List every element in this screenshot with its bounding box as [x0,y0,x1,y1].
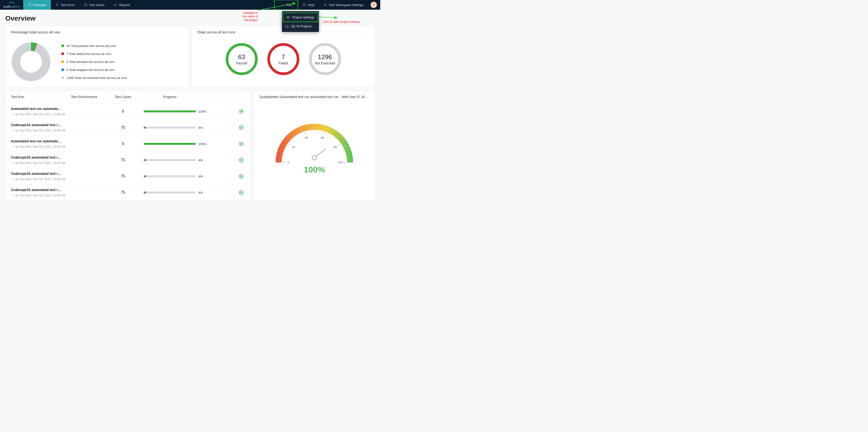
nav-test-suites[interactable]: Test Suites [80,0,110,10]
svg-text:40: 40 [305,136,308,140]
svg-line-30 [283,156,284,157]
svg-point-13 [12,179,13,180]
status-done-icon[interactable] [239,142,243,146]
svg-line-38 [290,142,291,143]
svg-line-73 [344,154,345,155]
run-cases: 75 [107,158,139,162]
svg-line-67 [339,144,340,145]
svg-rect-2 [85,4,87,6]
totals-card: Totals across all test runs 63Passed7Fai… [192,26,375,87]
status-play-icon[interactable] [239,125,243,130]
svg-line-45 [301,134,301,135]
progress-pct: 100% [198,142,208,146]
svg-line-70 [342,149,343,149]
project-dropdown-menu: Project Settings Go To Projects [282,11,319,32]
nav-label: Reports [119,3,130,7]
nav-overview[interactable]: Overview [23,0,51,10]
svg-line-7 [258,3,296,10]
svg-line-46 [303,133,303,134]
donut-chart [10,41,52,82]
table-row[interactable]: Automated test run automated test …by Te… [6,136,251,152]
dropdown-project-settings[interactable]: Project Settings [283,12,318,22]
svg-line-8 [319,17,337,18]
svg-line-44 [299,135,300,135]
svg-line-31 [284,154,285,155]
run-meta: by Test Test, Nov 18, 2022, 10:40 AM [11,194,71,197]
arrow-to-project-name [258,2,298,11]
table-col-env: Test Environment [71,95,107,99]
svg-line-61 [331,135,332,136]
nav-label: Overview [33,3,46,7]
annotation-left: Navigate to the name of the project [243,11,258,22]
total-label: Not Executed [315,61,335,65]
status-play-icon[interactable] [239,190,243,195]
legend-dot-icon [61,44,64,47]
svg-line-34 [285,149,287,149]
nav-reports[interactable]: Reports [109,0,135,10]
svg-text:20: 20 [292,146,295,149]
avatar[interactable]: T [371,2,377,8]
svg-line-72 [343,153,345,153]
gear-icon [11,129,14,132]
progress-pct: 100% [198,110,208,113]
progress-pct: 4% [198,175,208,178]
table-row[interactable]: Automated test run automated test …by Te… [6,103,251,120]
svg-point-9 [12,114,13,115]
status-done-icon[interactable] [239,109,243,114]
run-meta: by Test Test, Nov 18, 2022, 10:42 AM [11,161,71,165]
svg-line-41 [294,138,295,139]
svg-line-42 [296,137,297,138]
svg-line-66 [338,142,339,143]
nav-help[interactable]: Help [298,0,319,10]
nav-test-runs[interactable]: Test Runs [51,0,80,10]
table-row[interactable]: CodeceptJS automated test run - Fr…by Te… [6,185,251,201]
legend-item: 1296 Total not executed test across all … [61,76,127,80]
percentage-totals-card: Percentage totals across all runs 63 Tot… [5,26,189,87]
table-col-prog: Progress [139,95,214,99]
svg-line-37 [289,144,290,145]
run-meta: by Test Test, Nov 18, 2022, 10:48 AM [11,129,71,132]
legend-label: 0 Total skipped test across all runs [67,68,115,72]
card-title: Percentage totals across all runs [6,26,188,39]
arrow-to-project-settings [318,15,338,20]
table-row[interactable]: CodeceptJS automated test run - Fr…by Te… [6,120,251,136]
svg-point-12 [12,163,13,163]
table-row[interactable]: CodeceptJS automated test run - Fr…by Te… [6,152,251,168]
legend-item: 63 Total passed test across all runs [61,44,127,48]
progress-bar [144,191,196,193]
legend-item: 0 Total skipped test across all runs [61,68,127,72]
legend-label: 0 Total blocked test across all runs [67,60,115,64]
progress-pct: 4% [198,191,208,194]
status-play-icon[interactable] [239,158,243,162]
progress-bar [144,127,196,129]
dropdown-label: Project Settings [292,16,314,19]
svg-line-59 [328,134,328,135]
svg-point-5 [325,4,326,5]
legend-label: 1296 Total not executed test across all … [67,76,127,80]
svg-line-35 [286,147,287,148]
svg-line-39 [291,141,292,142]
nav-label: Test Suites [89,3,105,7]
total-circle: 63Passed [226,43,258,75]
legend-item: 7 Total failed test across all runs [61,52,127,56]
dropdown-go-to-projects[interactable]: Go To Projects [282,22,319,31]
gear-icon [11,194,14,197]
nav-label: Help [308,3,314,7]
brand-logo[interactable]: qualitywatcher [0,0,23,10]
donut-legend: 63 Total passed test across all runs7 To… [61,44,127,80]
table-row[interactable]: CodeceptJS automated test run - Fr…by Te… [6,168,251,185]
status-play-icon[interactable] [239,174,243,179]
annotation-right: Click to open project settings [323,20,360,24]
svg-line-40 [292,140,293,141]
quality-meter-card: QualityMeter (Automated test run automat… [254,90,375,201]
svg-point-1 [57,4,58,5]
total-value: 7 [281,53,285,61]
run-meta: by Test Test, Nov 18, 2022, 10:42 AM [11,145,71,149]
progress-pct: 4% [198,126,208,129]
run-title: Automated test run automated test … [11,139,63,143]
run-title: Automated test run automated test … [11,107,63,111]
svg-line-68 [340,146,341,146]
run-title: CodeceptJS automated test run - Fr… [11,155,63,159]
nav-workspace-settings[interactable]: Test Workspace Settings [319,0,368,10]
svg-line-69 [341,147,342,148]
